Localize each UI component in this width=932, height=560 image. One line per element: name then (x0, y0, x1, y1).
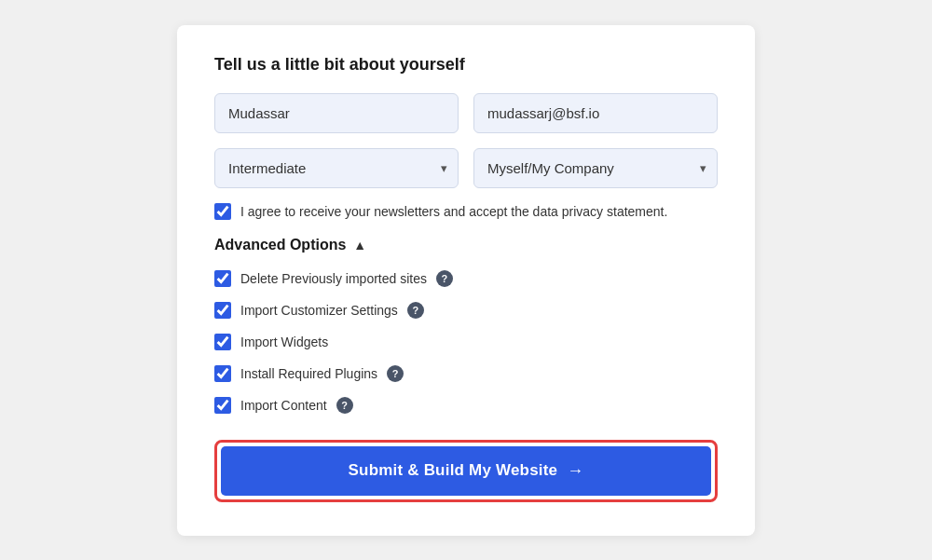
list-item: Install Required Plugins ? (214, 365, 718, 382)
install-plugins-help-icon[interactable]: ? (387, 365, 404, 382)
advanced-toggle-icon[interactable]: ▲ (353, 238, 366, 253)
import-widgets-label: Import Widgets (240, 335, 328, 349)
import-customizer-checkbox[interactable] (214, 302, 231, 319)
arrow-right-icon: → (567, 461, 583, 481)
skill-select[interactable]: Beginner Intermediate Advanced Expert (214, 148, 459, 188)
list-item: Import Content ? (214, 397, 718, 414)
newsletter-label: I agree to receive your newsletters and … (240, 204, 667, 219)
advanced-options-header: Advanced Options ▲ (214, 237, 718, 253)
email-input[interactable] (473, 93, 718, 133)
import-content-checkbox[interactable] (214, 397, 231, 414)
list-item: Import Widgets (214, 334, 718, 350)
delete-sites-help-icon[interactable]: ? (436, 270, 453, 287)
import-content-label: Import Content (240, 398, 327, 413)
newsletter-row: I agree to receive your newsletters and … (214, 203, 718, 220)
list-item: Delete Previously imported sites ? (214, 270, 718, 287)
delete-sites-checkbox[interactable] (214, 270, 231, 287)
purpose-select-wrapper: Myself/My Company Client Agency Other ▾ (473, 148, 718, 188)
newsletter-checkbox[interactable] (214, 203, 231, 220)
skill-purpose-row: Beginner Intermediate Advanced Expert ▾ … (214, 148, 718, 188)
main-card: Tell us a little bit about yourself Begi… (177, 25, 755, 536)
skill-select-wrapper: Beginner Intermediate Advanced Expert ▾ (214, 148, 459, 188)
install-plugins-checkbox[interactable] (214, 365, 231, 382)
advanced-options-title: Advanced Options (214, 237, 346, 253)
list-item: Import Customizer Settings ? (214, 302, 718, 319)
import-customizer-help-icon[interactable]: ? (407, 302, 424, 319)
import-widgets-checkbox[interactable] (214, 334, 231, 350)
import-content-help-icon[interactable]: ? (336, 397, 353, 414)
submit-build-button[interactable]: Submit & Build My Website → (221, 446, 711, 496)
delete-sites-label: Delete Previously imported sites (240, 271, 427, 286)
name-email-row (214, 93, 718, 133)
submit-button-wrapper: Submit & Build My Website → (214, 440, 718, 502)
advanced-options-section: Advanced Options ▲ Delete Previously imp… (214, 237, 718, 414)
import-customizer-label: Import Customizer Settings (240, 303, 398, 318)
submit-label: Submit & Build My Website (349, 461, 558, 480)
install-plugins-label: Install Required Plugins (240, 366, 377, 381)
page-title: Tell us a little bit about yourself (214, 55, 718, 75)
purpose-select[interactable]: Myself/My Company Client Agency Other (473, 148, 718, 188)
name-input[interactable] (214, 93, 459, 133)
